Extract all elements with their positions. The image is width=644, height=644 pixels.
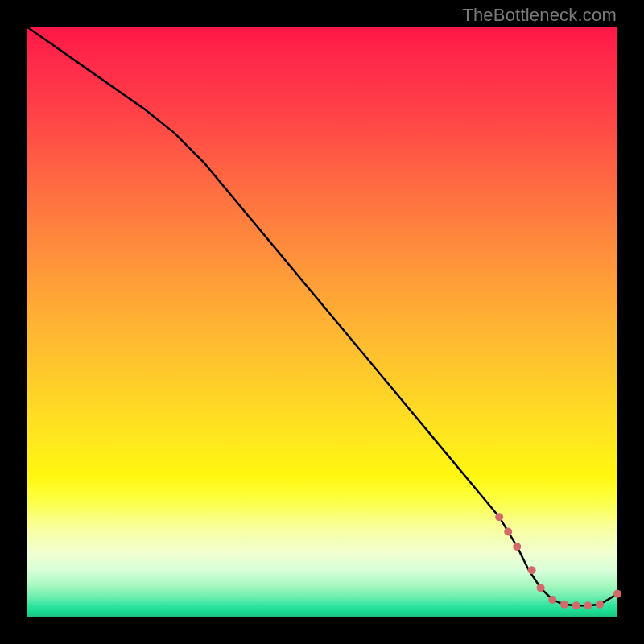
marker-point [537, 584, 545, 592]
marker-point [596, 601, 604, 609]
plot-area [27, 27, 617, 617]
marker-point [584, 601, 592, 609]
marker-point [513, 543, 521, 551]
bottleneck-curve [27, 27, 617, 605]
marker-point [613, 590, 621, 598]
marker-point [504, 528, 512, 536]
marker-point [528, 566, 536, 574]
chart-frame: TheBottleneck.com [0, 0, 644, 644]
tail-markers [495, 513, 621, 609]
watermark-text: TheBottleneck.com [462, 5, 617, 26]
marker-point [560, 601, 568, 609]
chart-svg [27, 27, 617, 617]
marker-point [548, 596, 556, 604]
marker-point [495, 513, 503, 521]
marker-point [572, 601, 580, 609]
